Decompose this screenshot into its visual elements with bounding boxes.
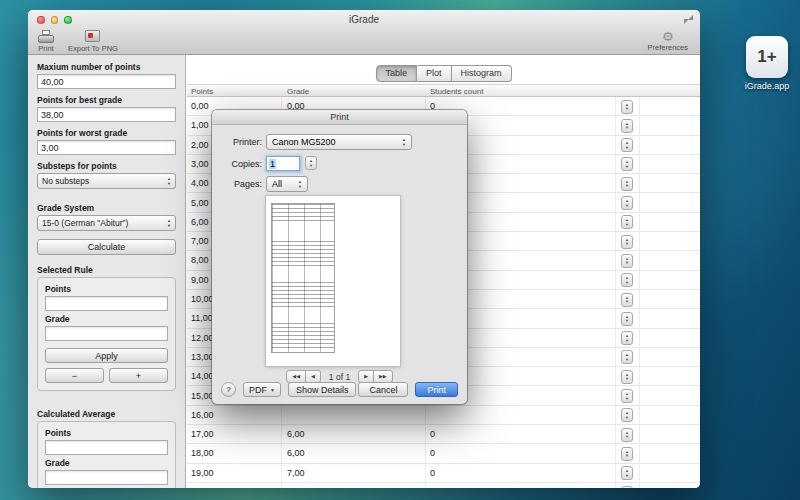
grade-system-label: Grade System (37, 203, 176, 213)
row-stepper[interactable]: ▲▼ (621, 370, 633, 384)
grade-system-select[interactable]: 15-0 (German "Abitur") ▲▼ (37, 215, 176, 231)
row-stepper[interactable]: ▲▼ (621, 428, 633, 442)
igrade-app-icon-label: iGrade.app (734, 81, 800, 91)
row-stepper[interactable]: ▲▼ (621, 486, 633, 489)
cell-points: 3,00 (191, 155, 209, 174)
calculate-button[interactable]: Calculate (37, 239, 176, 255)
row-stepper[interactable]: ▲▼ (621, 293, 633, 307)
row-stepper[interactable]: ▲▼ (621, 157, 633, 171)
cell-points: 7,00 (191, 232, 209, 251)
copies-input[interactable]: 1 (266, 156, 300, 171)
row-stepper[interactable]: ▲▼ (621, 196, 633, 210)
add-rule-button[interactable]: + (109, 368, 168, 383)
print-button[interactable]: Print (415, 382, 458, 397)
cell-points: 5,00 (191, 194, 209, 213)
row-stepper[interactable]: ▲▼ (621, 350, 633, 364)
export-label: Export To PNG (68, 44, 118, 53)
substeps-label: Substeps for points (37, 161, 176, 171)
printer-select[interactable]: Canon MG5200 ▲▼ (266, 134, 412, 150)
apply-button[interactable]: Apply (45, 348, 168, 363)
row-stepper[interactable]: ▲▼ (621, 312, 633, 326)
preferences-label: Preferences (648, 43, 688, 52)
tab-plot[interactable]: Plot (417, 65, 452, 82)
best-grade-label: Points for best grade (37, 95, 176, 105)
show-details-button[interactable]: Show Details (288, 382, 357, 397)
print-preview-document (271, 203, 335, 353)
row-stepper[interactable]: ▲▼ (621, 215, 633, 229)
row-stepper[interactable]: ▲▼ (621, 466, 633, 480)
table-row[interactable]: 20,00 7,00 0 ▲▼ (187, 483, 700, 488)
tab-table[interactable]: Table (375, 65, 417, 82)
close-button[interactable] (37, 16, 45, 24)
print-toolbar-button[interactable]: Print (38, 30, 54, 53)
table-row[interactable]: 19,00 7,00 0 ▲▼ (187, 464, 700, 483)
copies-stepper[interactable]: ▲▼ (305, 156, 317, 170)
row-stepper[interactable]: ▲▼ (621, 408, 633, 422)
cancel-button[interactable]: Cancel (358, 382, 408, 397)
cell-points: 14,00 (191, 367, 214, 386)
pages-label: Pages: (214, 179, 262, 189)
avg-points-field[interactable] (45, 440, 168, 455)
cell-points: 2,00 (191, 136, 209, 155)
row-stepper[interactable]: ▲▼ (621, 119, 633, 133)
help-button[interactable]: ? (221, 382, 236, 397)
column-header-grade[interactable]: Grade (287, 87, 309, 96)
cell-students: 0 (430, 483, 435, 488)
zoom-button[interactable] (64, 16, 72, 24)
export-png-button[interactable]: Export To PNG (68, 30, 118, 53)
substeps-select[interactable]: No substeps ▲▼ (37, 173, 176, 189)
best-grade-field[interactable]: 38,00 (37, 107, 176, 122)
pdf-menu-button[interactable]: PDF ▼ (243, 382, 281, 397)
popup-arrows-icon: ▲▼ (167, 219, 171, 227)
cell-points: 12,00 (191, 329, 214, 348)
row-stepper[interactable]: ▲▼ (621, 100, 633, 114)
max-points-field[interactable]: 40,00 (37, 74, 176, 89)
page-status: 1 of 1 (329, 372, 350, 382)
row-stepper[interactable]: ▲▼ (621, 447, 633, 461)
row-stepper[interactable]: ▲▼ (621, 235, 633, 249)
row-stepper[interactable]: ▲▼ (621, 177, 633, 191)
cell-points: 11,00 (191, 309, 213, 328)
window-title: iGrade (28, 10, 700, 29)
rule-points-field[interactable] (45, 296, 168, 311)
table-row[interactable]: 17,00 6,00 0 ▲▼ (187, 425, 700, 444)
tab-histogram[interactable]: Histogram (452, 65, 512, 82)
column-header-points[interactable]: Points (191, 87, 213, 96)
worst-grade-field[interactable]: 3,00 (37, 140, 176, 155)
remove-rule-button[interactable]: − (45, 368, 104, 383)
traffic-lights (37, 16, 72, 24)
print-dialog-title: Print (212, 110, 467, 125)
desktop-wallpaper: iGrade Print Export To PNG ⚙ Preferences (0, 0, 800, 500)
pages-select[interactable]: All ▲▼ (266, 176, 308, 192)
print-dialog: Print Printer: Canon MG5200 ▲▼ Copies: 1… (212, 110, 467, 404)
fullscreen-icon[interactable] (684, 15, 693, 24)
avg-grade-field[interactable] (45, 470, 168, 485)
minimize-button[interactable] (51, 16, 59, 24)
column-header-students[interactable]: Students count (430, 87, 483, 96)
row-stepper[interactable]: ▲▼ (621, 138, 633, 152)
cell-points: 19,00 (191, 464, 214, 483)
cell-points: 13,00 (191, 348, 214, 367)
preferences-button[interactable]: ⚙ Preferences (648, 30, 688, 52)
row-stepper[interactable]: ▲▼ (621, 331, 633, 345)
copies-label: Copies: (214, 159, 262, 169)
cell-grade: 6,00 (287, 425, 305, 444)
copies-value: 1 (269, 159, 276, 169)
selected-rule-title: Selected Rule (37, 265, 176, 275)
rule-grade-field[interactable] (45, 326, 168, 341)
cell-points: 16,00 (191, 406, 214, 425)
worst-grade-label: Points for worst grade (37, 128, 176, 138)
cell-points: 18,00 (191, 444, 214, 463)
titlebar[interactable]: iGrade (28, 10, 700, 28)
cell-grade: 7,00 (287, 464, 305, 483)
row-stepper[interactable]: ▲▼ (621, 389, 633, 403)
calculated-average-group: Points Grade (37, 421, 176, 488)
row-stepper[interactable]: ▲▼ (621, 273, 633, 287)
table-row[interactable]: 16,00 ▲▼ (187, 406, 700, 425)
cell-points: 15,00 (191, 387, 214, 406)
window-chrome: iGrade Print Export To PNG ⚙ Preferences (28, 10, 700, 55)
row-stepper[interactable]: ▲▼ (621, 254, 633, 268)
igrade-app-desktop-icon[interactable]: 1+ iGrade.app (734, 36, 800, 91)
popup-arrows-icon: ▲▼ (167, 177, 171, 185)
table-row[interactable]: 18,00 6,00 0 ▲▼ (187, 444, 700, 463)
